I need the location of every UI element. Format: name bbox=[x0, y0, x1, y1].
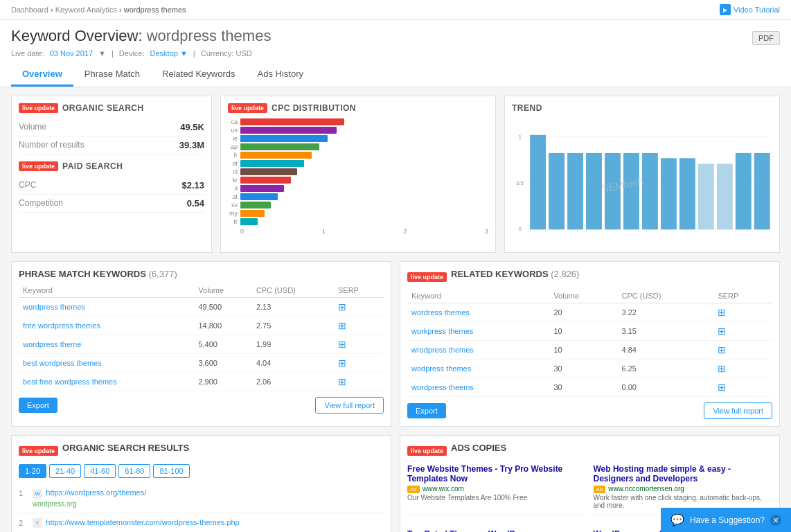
competition-value: 0.54 bbox=[187, 198, 204, 209]
pm-col-serp: SERP bbox=[334, 283, 384, 298]
related-keywords-title: RELATED KEYWORDS (2,826) bbox=[451, 269, 579, 279]
result-url-1[interactable]: https://wordpress.org/themes/ bbox=[46, 488, 146, 497]
pm-serp[interactable]: ⊞ bbox=[334, 335, 384, 354]
rk-volume: 20 bbox=[549, 303, 617, 322]
related-keywords-panel: live update RELATED KEYWORDS (2,826) Key… bbox=[400, 261, 780, 427]
device-dropdown[interactable]: Desktop ▼ bbox=[150, 49, 188, 57]
organic-metrics: Volume 49.5K Number of results 39.3M bbox=[19, 118, 204, 154]
cpc-bar-row: nl bbox=[228, 168, 488, 175]
cpc-distribution-panel: live update CPC DISTRIBUTION causieapfra… bbox=[220, 96, 496, 253]
trend-title: TREND bbox=[512, 103, 542, 113]
breadcrumb-dashboard[interactable]: Dashboard bbox=[11, 6, 48, 14]
rk-serp[interactable]: ⊞ bbox=[713, 341, 772, 360]
related-view-full[interactable]: View full report bbox=[704, 402, 772, 419]
pm-volume: 49,500 bbox=[194, 298, 252, 317]
cpc-bar-fill bbox=[240, 168, 297, 175]
live-date-value[interactable]: 03 Nov 2017 bbox=[50, 49, 93, 57]
trend-chart: 1 0.5 0 bbox=[512, 118, 772, 245]
serp-icon: ⊞ bbox=[338, 376, 346, 387]
pm-keyword-link[interactable]: wordpress theme bbox=[23, 340, 81, 348]
top-bar: Dashboard › Keyword Analytics › wordpres… bbox=[0, 0, 791, 20]
result-url-2[interactable]: https://www.templatemonster.com/wordpres… bbox=[46, 518, 239, 526]
table-row: wordress themes 20 3.22 ⊞ bbox=[407, 303, 772, 322]
rk-serp[interactable]: ⊞ bbox=[713, 378, 772, 397]
svg-rect-13 bbox=[661, 158, 677, 229]
cpc-bar-label: ie bbox=[228, 135, 238, 142]
rk-serp[interactable]: ⊞ bbox=[713, 303, 772, 322]
rk-serp[interactable]: ⊞ bbox=[713, 322, 772, 341]
cpc-bar-fill bbox=[240, 218, 258, 225]
suggestion-icon: 💬 bbox=[670, 513, 684, 526]
device-label: Device: bbox=[119, 49, 145, 57]
breadcrumb-keyword-analytics[interactable]: Keyword Analytics bbox=[55, 6, 117, 14]
cpc-bar-fill bbox=[240, 210, 265, 217]
rk-keyword-link[interactable]: wrodpress themes bbox=[411, 346, 474, 354]
cpc-label: CPC bbox=[19, 180, 36, 190]
organic-live-badge: live update bbox=[19, 103, 58, 113]
rk-col-keyword: Keyword bbox=[407, 289, 549, 303]
rk-keyword-link[interactable]: wodpress themes bbox=[411, 364, 471, 373]
organic-tab-81-100[interactable]: 81-100 bbox=[153, 464, 189, 478]
organic-tab-1-20[interactable]: 1-20 bbox=[19, 464, 46, 478]
rk-keyword-link[interactable]: wordpress theems bbox=[411, 383, 474, 391]
video-tutorial-link[interactable]: ▶ Video Tutorial bbox=[720, 4, 780, 15]
suggestion-close[interactable]: × bbox=[770, 515, 781, 526]
serp-icon: ⊞ bbox=[718, 307, 726, 318]
cpc-bar-row: ca bbox=[228, 118, 488, 125]
rk-serp[interactable]: ⊞ bbox=[713, 360, 772, 378]
svg-rect-17 bbox=[736, 153, 752, 229]
cpc-bar-fill bbox=[240, 202, 271, 209]
pm-keyword-link[interactable]: best free wordpress themes bbox=[23, 378, 117, 386]
tab-phrase-match[interactable]: Phrase Match bbox=[73, 63, 151, 87]
pm-serp[interactable]: ⊞ bbox=[334, 298, 384, 317]
breadcrumb: Dashboard › Keyword Analytics › wordpres… bbox=[11, 6, 186, 14]
cpc-bar-label: us bbox=[228, 127, 238, 134]
phrase-match-export[interactable]: Export bbox=[19, 398, 57, 413]
organic-tab-61-80[interactable]: 61-80 bbox=[118, 464, 150, 478]
rk-keyword-link[interactable]: workpress themes bbox=[411, 327, 473, 335]
rk-keyword-link[interactable]: wordress themes bbox=[411, 308, 470, 317]
pm-keyword-link[interactable]: free wordpress themes bbox=[23, 321, 100, 330]
pm-serp[interactable]: ⊞ bbox=[334, 354, 384, 373]
pdf-button[interactable]: PDF bbox=[752, 31, 780, 45]
table-row: best wordpress themes 3,600 4.04 ⊞ bbox=[19, 354, 384, 373]
pm-keyword-link[interactable]: wordpress themes bbox=[23, 303, 85, 311]
svg-text:1: 1 bbox=[519, 134, 522, 140]
ad-domain: Adwww.wix.com bbox=[407, 485, 587, 493]
suggestion-text: Have a Suggestion? bbox=[690, 515, 765, 525]
paid-search-title: PAID SEARCH bbox=[62, 161, 123, 171]
cpc-bar-label: tr bbox=[228, 218, 238, 225]
tab-related-keywords[interactable]: Related Keywords bbox=[151, 63, 247, 87]
phrase-match-table: Keyword Volume CPC (USD) SERP wordpress … bbox=[19, 283, 384, 391]
organic-results-title: ORGANIC SEARCH RESULTS bbox=[62, 443, 189, 453]
svg-rect-6 bbox=[530, 135, 546, 230]
cpc-bar-fill bbox=[240, 135, 328, 142]
related-export[interactable]: Export bbox=[407, 403, 446, 418]
volume-value: 49.5K bbox=[180, 122, 204, 132]
cpc-bar-label: fr bbox=[228, 152, 238, 159]
cpc-bar-row: my bbox=[228, 210, 488, 217]
organic-tab-41-60[interactable]: 41-60 bbox=[84, 464, 116, 478]
result-favicon-1: W bbox=[33, 489, 42, 499]
related-keywords-header: live update RELATED KEYWORDS (2,826) bbox=[407, 269, 772, 285]
pm-keyword-link[interactable]: best wordpress themes bbox=[23, 359, 102, 367]
metric-cpc: CPC $2.13 bbox=[19, 177, 204, 195]
ad-desc: Work faster with one click staging, auto… bbox=[594, 494, 773, 509]
pm-serp[interactable]: ⊞ bbox=[334, 373, 384, 391]
svg-rect-7 bbox=[549, 153, 565, 229]
currency-label: Currency: USD bbox=[201, 49, 252, 57]
cpc-bar-fill bbox=[240, 118, 344, 125]
pm-col-volume: Volume bbox=[194, 283, 252, 298]
results-label: Number of results bbox=[19, 140, 85, 150]
serp-icon: ⊞ bbox=[338, 301, 346, 312]
pm-serp[interactable]: ⊞ bbox=[334, 317, 384, 335]
tab-overview[interactable]: Overview bbox=[11, 63, 73, 87]
organic-tab-21-40[interactable]: 21-40 bbox=[49, 464, 81, 478]
pm-keyword: best free wordpress themes bbox=[19, 373, 194, 391]
phrase-match-view-full[interactable]: View full report bbox=[315, 397, 384, 414]
result-domain-1: wordpress.org bbox=[33, 500, 76, 508]
tab-ads-history[interactable]: Ads History bbox=[247, 63, 314, 87]
cpc-bar-row: kr bbox=[228, 177, 488, 184]
organic-result-2: 2 T https://www.templatemonster.com/word… bbox=[19, 513, 384, 533]
organic-results-tabs: 1-20 21-40 41-60 61-80 81-100 bbox=[19, 464, 384, 478]
